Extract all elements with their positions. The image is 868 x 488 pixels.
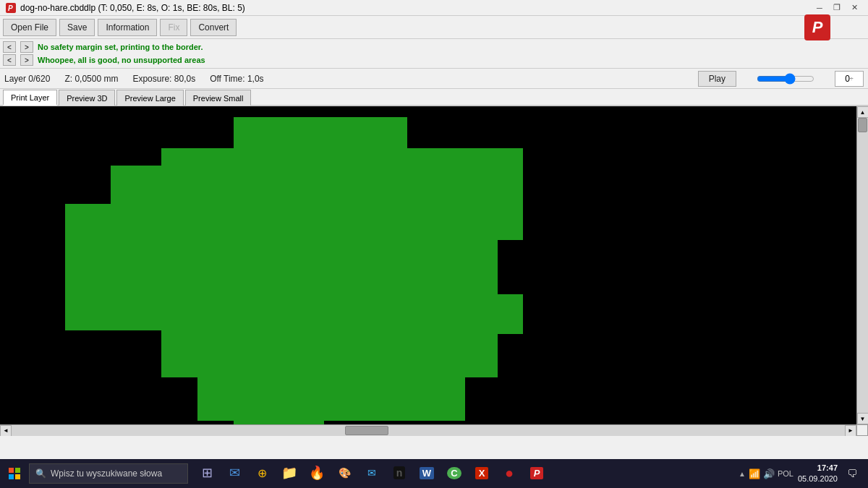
dot-app[interactable]: ● xyxy=(496,459,522,488)
explorer-app[interactable]: 📁 xyxy=(276,459,302,488)
tab-preview-3d[interactable]: Preview 3D xyxy=(59,90,115,106)
mail2-icon: ✉ xyxy=(367,467,376,479)
scroll-corner xyxy=(856,424,868,436)
vertical-scrollbar[interactable]: ▲ ▼ xyxy=(856,106,868,424)
network-icon: 📶 xyxy=(749,468,760,479)
tab-preview-small[interactable]: Preview Small xyxy=(185,90,252,106)
main-canvas: ▲ ▼ ◄ ► xyxy=(0,106,868,436)
windows-logo xyxy=(9,468,20,479)
tab-preview-large-label: Preview Large xyxy=(124,94,175,103)
close-button[interactable]: ✕ xyxy=(846,1,862,15)
c-app[interactable]: C xyxy=(441,459,467,488)
nav-prev-2[interactable]: < xyxy=(3,54,16,66)
layer-shape-svg xyxy=(0,106,856,424)
date-display: 05.09.2020 xyxy=(798,474,838,484)
safety-margin-text: No safety margin set, printing to the bo… xyxy=(38,43,203,51)
chrome-app[interactable]: ⊕ xyxy=(249,459,275,488)
tab-preview-large[interactable]: Preview Large xyxy=(116,90,183,106)
excel-app[interactable]: X xyxy=(469,459,495,488)
n-icon: n xyxy=(393,466,406,479)
mail-icon: ✉ xyxy=(229,465,240,481)
toolbar: Open File Save Information Fix Convert P xyxy=(0,16,868,39)
counter-display: 0 ÷ xyxy=(835,71,864,87)
nav-next-1[interactable]: > xyxy=(20,41,33,53)
layer-bar: Layer 0/620 Z: 0,0500 mm Exposure: 80,0s… xyxy=(0,69,868,89)
firefox-app[interactable]: 🔥 xyxy=(304,459,330,488)
titlebar-title: dog-no-hare.cbddlp (T: 0,050, E: 8s, O: … xyxy=(20,3,245,13)
play-button[interactable]: Play xyxy=(698,71,736,87)
p-app[interactable]: P xyxy=(524,459,550,488)
word-app[interactable]: W xyxy=(414,459,440,488)
taskview-button[interactable]: ⊞ xyxy=(194,459,220,488)
notification-button[interactable]: 🗨 xyxy=(842,459,862,488)
scroll-thumb-vertical[interactable] xyxy=(858,118,867,132)
open-file-button[interactable]: Open File xyxy=(3,19,56,36)
mail-app[interactable]: ✉ xyxy=(221,459,247,488)
excel-icon: X xyxy=(475,467,489,479)
off-time-label: Off Time: 1,0s xyxy=(210,74,263,84)
convert-button[interactable]: Convert xyxy=(190,19,237,36)
scroll-up-button[interactable]: ▲ xyxy=(857,106,869,118)
taskbar: 🔍 Wpisz tu wyszukiwane słowa ⊞ ✉ ⊕ 📁 🔥 🎨… xyxy=(0,459,868,488)
scroll-track-horizontal[interactable] xyxy=(12,425,845,436)
exposure-label: Exposure: 80,0s xyxy=(132,74,195,84)
scroll-left-button[interactable]: ◄ xyxy=(0,425,12,437)
nav-prev-1[interactable]: < xyxy=(3,41,16,53)
explorer-icon: 📁 xyxy=(281,465,297,481)
fix-button[interactable]: Fix xyxy=(160,19,187,36)
app-icon: P xyxy=(6,3,16,13)
paint-app[interactable]: 🎨 xyxy=(331,459,357,488)
horizontal-scrollbar[interactable]: ◄ ► xyxy=(0,424,856,436)
mail2-app[interactable]: ✉ xyxy=(359,459,385,488)
info-area: < > No safety margin set, printing to th… xyxy=(0,39,868,69)
p-icon: P xyxy=(530,467,544,479)
scroll-thumb-horizontal[interactable] xyxy=(345,426,388,435)
system-tray: ▲ 📶 🔊 POL xyxy=(739,468,793,479)
nav-next-2[interactable]: > xyxy=(20,54,33,66)
minimize-button[interactable]: ─ xyxy=(812,1,827,15)
speed-slider-container xyxy=(757,73,814,85)
taskview-icon: ⊞ xyxy=(202,465,213,481)
start-button[interactable] xyxy=(0,459,29,488)
firefox-icon: 🔥 xyxy=(309,465,325,481)
counter-arrow-icon: ÷ xyxy=(850,75,854,82)
word-icon: W xyxy=(420,467,434,479)
titlebar: P dog-no-hare.cbddlp (T: 0,050, E: 8s, O… xyxy=(0,0,868,16)
clock-area[interactable]: 17:47 05.09.2020 xyxy=(798,463,838,485)
svg-text:P: P xyxy=(8,4,13,12)
titlebar-left: P dog-no-hare.cbddlp (T: 0,050, E: 8s, O… xyxy=(6,3,245,13)
tab-preview-3d-label: Preview 3D xyxy=(67,94,107,103)
scroll-track-vertical[interactable] xyxy=(857,118,868,413)
save-button[interactable]: Save xyxy=(59,19,95,36)
tab-print-layer[interactable]: Print Layer xyxy=(3,90,57,106)
tab-print-layer-label: Print Layer xyxy=(11,93,49,102)
titlebar-controls: ─ ❐ ✕ xyxy=(812,1,862,15)
search-placeholder-text: Wpisz tu wyszukiwane słowa xyxy=(51,468,162,479)
n-app[interactable]: n xyxy=(386,459,412,488)
tabs-container: Print Layer Preview 3D Preview Large Pre… xyxy=(0,89,868,106)
c-icon: C xyxy=(447,467,461,479)
scroll-right-button[interactable]: ► xyxy=(845,425,856,437)
counter-value: 0 xyxy=(845,74,850,84)
time-display: 17:47 xyxy=(798,463,838,474)
tab-preview-small-label: Preview Small xyxy=(193,94,244,103)
search-icon: 🔍 xyxy=(35,468,46,479)
whoopee-text: Whoopee, all is good, no unsupported are… xyxy=(38,56,205,64)
tray-arrow[interactable]: ▲ xyxy=(739,470,746,478)
layer-label: Layer 0/620 xyxy=(4,74,50,84)
speed-slider[interactable] xyxy=(757,73,814,85)
search-bar[interactable]: 🔍 Wpisz tu wyszukiwane słowa xyxy=(29,463,188,484)
lang-label: POL xyxy=(778,469,793,478)
z-label: Z: 0,0500 mm xyxy=(64,74,118,84)
dot-icon: ● xyxy=(505,465,514,481)
taskbar-apps: ⊞ ✉ ⊕ 📁 🔥 🎨 ✉ n W xyxy=(194,459,550,488)
maximize-button[interactable]: ❐ xyxy=(829,1,845,15)
paint-icon: 🎨 xyxy=(339,467,351,479)
notification-icon: 🗨 xyxy=(847,468,857,479)
brand-logo: P xyxy=(804,14,830,40)
chrome-icon: ⊕ xyxy=(258,466,267,480)
volume-icon[interactable]: 🔊 xyxy=(763,468,775,479)
information-button[interactable]: Information xyxy=(98,19,157,36)
scroll-down-button[interactable]: ▼ xyxy=(857,413,869,424)
taskbar-right: ▲ 📶 🔊 POL 17:47 05.09.2020 🗨 xyxy=(733,459,868,488)
